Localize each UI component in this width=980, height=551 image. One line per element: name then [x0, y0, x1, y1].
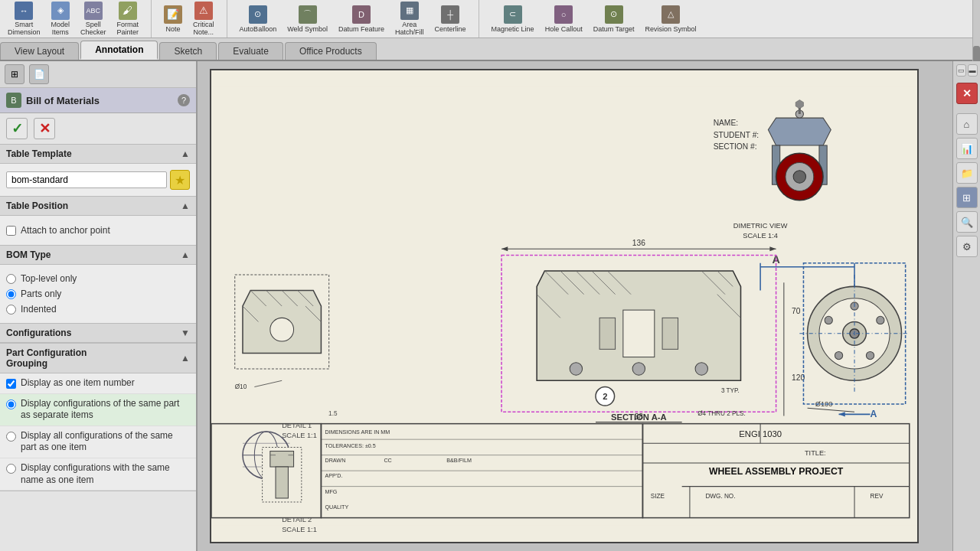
area-hatch-btn[interactable]: ▦ AreaHatch/Fill [392, 0, 427, 37]
config-radio-one-item[interactable] [6, 432, 16, 442]
part-config-header[interactable]: Part Configuration Grouping ▲ [0, 344, 196, 373]
autoballoon-label: AutoBalloon [240, 25, 277, 33]
model-items-btn[interactable]: ◈ ModelItems [48, 0, 74, 37]
view-normal-btn[interactable]: ▭ [956, 64, 966, 77]
note-tools-group: 📝 Note ⚠ CriticalNote... [161, 0, 227, 37]
panel-icon-doc[interactable]: 📄 [29, 64, 49, 84]
tab-sketch[interactable]: Sketch [159, 42, 217, 60]
weld-symbol-icon: ⌒ [299, 5, 317, 24]
callout-tools-group: ⊂ Magnetic Line ○ Hole Callout ⊙ Datum T… [488, 4, 709, 34]
config-label-separate-items: Display configurations of the same part … [21, 398, 190, 422]
smart-dimension-btn[interactable]: ↔ SmartDimension [5, 0, 44, 37]
svg-text:CC: CC [384, 458, 391, 464]
bom-type-radio-top-level: Top-level only [6, 271, 190, 286]
tab-evaluate[interactable]: Evaluate [218, 42, 283, 60]
svg-point-114 [825, 316, 832, 324]
template-input-field[interactable] [6, 171, 167, 188]
template-input-row: ★ [6, 170, 190, 190]
cancel-btn[interactable]: ✕ [34, 118, 55, 139]
configurations-header[interactable]: Configurations ▼ [0, 324, 196, 343]
part-config-chevron: ▲ [181, 353, 190, 364]
tab-bar: View Layout Annotation Sketch Evaluate O… [0, 38, 980, 61]
smart-dimension-label: SmartDimension [8, 21, 41, 37]
bom-type-radio-parts-only-input[interactable] [6, 289, 16, 299]
bom-type-radio-indented-input[interactable] [6, 305, 16, 315]
svg-text:Ø4 THRU 2 PLS.: Ø4 THRU 2 PLS. [697, 410, 746, 417]
bom-type-chevron: ▲ [181, 249, 190, 260]
table-template-section: Table Template ▲ ★ [0, 145, 196, 197]
view-split-btn[interactable]: ▬ [968, 64, 978, 77]
weld-symbol-btn[interactable]: ⌒ Weld Symbol [284, 4, 331, 34]
note-btn[interactable]: 📝 Note [161, 4, 185, 34]
tab-view-layout[interactable]: View Layout [0, 42, 79, 60]
drawing-paper: ENGI 1030 TITLE: WHEEL ASSEMBLY PROJECT … [210, 69, 919, 543]
table-template-title: Table Template [6, 148, 72, 159]
home-btn[interactable]: ⌂ [956, 113, 978, 135]
tab-office-products[interactable]: Office Products [285, 42, 377, 60]
bom-type-radio-parts-only: Parts only [6, 286, 190, 302]
settings-btn[interactable]: ⚙ [956, 236, 978, 257]
svg-text:WHEEL ASSEMBLY PROJECT: WHEEL ASSEMBLY PROJECT [709, 466, 844, 477]
svg-text:3 TYP.: 3 TYP. [721, 387, 740, 394]
revision-symbol-btn[interactable]: △ Revision Symbol [642, 4, 700, 34]
config-radio-same-name[interactable] [6, 464, 16, 474]
confirm-btn[interactable]: ✓ [6, 118, 28, 139]
svg-point-111 [877, 316, 884, 324]
config-checkbox-one-item-number[interactable] [6, 379, 16, 389]
table-btn[interactable]: ⊞ [956, 187, 978, 208]
magnetic-line-label: Magnetic Line [492, 25, 534, 33]
revision-symbol-label: Revision Symbol [645, 25, 697, 33]
svg-text:2: 2 [603, 392, 607, 401]
svg-text:TOLERANCES: ±0.5: TOLERANCES: ±0.5 [325, 443, 376, 449]
datum-feature-icon: D [352, 5, 371, 24]
table-template-header[interactable]: Table Template ▲ [0, 145, 196, 164]
chart-btn[interactable]: 📊 [956, 138, 978, 159]
table-position-content: Attach to anchor point [0, 216, 196, 245]
right-icons-panel: ▭ ▬ ✕ ⌂ 📊 📁 ⊞ 🔍 ⚙ [952, 61, 980, 551]
magnetic-line-btn[interactable]: ⊂ Magnetic Line [488, 4, 537, 34]
panel-scroll[interactable]: Table Template ▲ ★ Table Position ▲ [0, 145, 196, 551]
datum-feature-btn[interactable]: D Datum Feature [335, 4, 387, 34]
format-painter-btn[interactable]: 🖌 FormatPainter [114, 0, 142, 37]
drawing-svg: ENGI 1030 TITLE: WHEEL ASSEMBLY PROJECT … [211, 70, 917, 542]
spell-checker-label: SpellChecker [80, 21, 106, 37]
svg-text:Ø10: Ø10 [235, 383, 247, 390]
table-template-content: ★ [0, 164, 196, 196]
panel-icon-grid[interactable]: ⊞ [5, 64, 24, 84]
tab-annotation[interactable]: Annotation [80, 41, 158, 60]
svg-text:TITLE:: TITLE: [805, 449, 826, 457]
config-option-one-item: Display all configurations of the same p… [0, 426, 196, 458]
folder-btn[interactable]: 📁 [956, 162, 978, 184]
svg-text:SECTION #:: SECTION #: [714, 142, 757, 151]
format-painter-icon: 🖌 [119, 2, 137, 20]
config-label-one-item: Display all configurations of the same p… [21, 430, 190, 454]
critical-note-icon: ⚠ [194, 2, 213, 20]
table-position-header[interactable]: Table Position ▲ [0, 197, 196, 216]
close-window-btn[interactable]: ✕ [956, 83, 978, 104]
spell-checker-btn[interactable]: ABC SpellChecker [77, 0, 109, 37]
bom-type-header[interactable]: BOM Type ▲ [0, 246, 196, 265]
config-radio-separate-items[interactable] [6, 399, 16, 409]
area-hatch-label: AreaHatch/Fill [395, 21, 424, 37]
bom-title: Bill of Materials [26, 95, 100, 106]
svg-text:APP'D.: APP'D. [325, 473, 343, 479]
area-hatch-icon: ▦ [400, 2, 419, 20]
svg-text:DETAIL 1: DETAIL 1 [282, 422, 312, 429]
bom-type-parts-only-label: Parts only [21, 289, 61, 299]
svg-point-93 [270, 318, 294, 341]
bom-help-btn[interactable]: ? [178, 94, 190, 106]
hole-callout-btn[interactable]: ○ Hole Callout [542, 4, 586, 34]
configurations-section: Configurations ▼ [0, 324, 196, 344]
autoballoon-btn[interactable]: ⊙ AutoBalloon [237, 4, 280, 34]
magnetic-line-icon: ⊂ [504, 5, 522, 24]
bom-type-radio-top-level-input[interactable] [6, 274, 16, 284]
template-star-btn[interactable]: ★ [170, 170, 190, 190]
datum-target-btn[interactable]: ⊙ Datum Target [590, 4, 638, 34]
action-buttons: ✓ ✕ [0, 113, 196, 145]
centerline-btn[interactable]: ┼ Centerline [432, 4, 469, 34]
part-config-content: Display as one item number Display confi… [0, 373, 196, 491]
critical-note-btn[interactable]: ⚠ CriticalNote... [190, 0, 217, 37]
anchor-checkbox[interactable] [6, 226, 16, 236]
search-btn[interactable]: 🔍 [956, 211, 978, 233]
svg-text:1.5: 1.5 [328, 410, 338, 417]
